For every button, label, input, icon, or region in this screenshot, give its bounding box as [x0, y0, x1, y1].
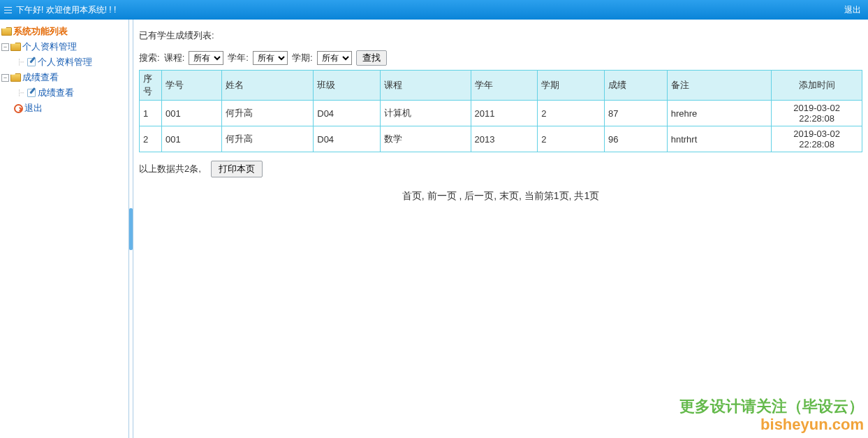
table-header-cell: 班级	[314, 71, 381, 101]
term-select[interactable]: 所有	[317, 51, 352, 65]
table-header-cell: 学期	[538, 71, 605, 101]
table-cell: 2	[538, 126, 605, 152]
table-header-cell: 备注	[667, 71, 772, 101]
folder-open-icon	[1, 27, 12, 36]
watermark-line2: bisheyun.com	[679, 416, 864, 434]
list-title: 已有学生成绩列表:	[139, 29, 862, 42]
watermark: 更多设计请关注（毕设云） bisheyun.com	[679, 396, 864, 434]
table-cell: 2011	[471, 101, 538, 126]
table-cell: 计算机	[380, 101, 471, 126]
search-year-label: 学年:	[228, 52, 249, 64]
tree-exit[interactable]: 退出	[1, 101, 128, 116]
table-cell: 87	[604, 101, 667, 126]
table-cell: 1	[140, 101, 162, 126]
table-cell: 2019-03-02 22:28:08	[772, 126, 862, 152]
table-cell: 2	[140, 126, 162, 152]
table-cell: hrehre	[667, 101, 772, 126]
tree-branch-label: 个人资料管理	[22, 41, 77, 53]
table-cell: 2	[538, 101, 605, 126]
course-select[interactable]: 所有	[189, 51, 223, 65]
welcome-text: 下午好! 欢迎使用本系统! ! !	[16, 4, 116, 16]
table-header-cell: 成绩	[604, 71, 667, 101]
table-cell: hntrhrt	[667, 126, 772, 152]
pager[interactable]: 首页, 前一页 , 后一页, 末页, 当前第1页, 共1页	[139, 190, 862, 203]
table-cell: 001	[161, 101, 221, 126]
table-row: 1001何升高D04计算机2011287hrehre2019-03-02 22:…	[140, 101, 862, 126]
year-select[interactable]: 所有	[253, 51, 288, 65]
tree-root[interactable]: 系统功能列表	[1, 24, 128, 39]
vertical-divider	[128, 20, 133, 438]
tree-branch-profile[interactable]: − 个人资料管理	[1, 39, 128, 54]
table-cell: 2013	[471, 126, 538, 152]
tree-leaf-label: 个人资料管理	[38, 56, 92, 68]
menu-icon	[4, 7, 12, 13]
tree-branch-grades[interactable]: − 成绩查看	[1, 70, 128, 85]
table-header-cell: 课程	[380, 71, 471, 101]
resize-handle[interactable]	[129, 208, 133, 250]
table-header-row: 序号学号姓名班级课程学年学期成绩备注添加时间	[140, 71, 862, 101]
exit-icon	[14, 104, 23, 113]
search-button[interactable]: 查找	[356, 50, 387, 66]
table-cell: 何升高	[221, 101, 314, 126]
collapse-icon[interactable]: −	[1, 74, 9, 82]
table-cell: D04	[314, 126, 381, 152]
table-header-cell: 添加时间	[772, 71, 862, 101]
tree-connector-icon: ┊┄	[14, 59, 27, 66]
sidebar: 系统功能列表 − 个人资料管理 ┊┄ 个人资料管理 − 成绩查看 ┊┄ 成绩查看…	[0, 20, 128, 438]
grades-table: 序号学号姓名班级课程学年学期成绩备注添加时间 1001何升高D04计算机2011…	[139, 70, 862, 152]
table-cell: 96	[604, 126, 667, 152]
table-cell: 2019-03-02 22:28:08	[772, 101, 862, 126]
tree-connector-icon: ┊┄	[14, 89, 27, 96]
tree-exit-label: 退出	[24, 102, 43, 115]
table-header-cell: 学年	[471, 71, 538, 101]
logout-link[interactable]: 退出	[844, 4, 861, 16]
table-cell: 何升高	[221, 126, 314, 152]
table-cell: D04	[314, 101, 381, 126]
tree-branch-label: 成绩查看	[22, 71, 59, 84]
search-prefix: 搜索:	[139, 52, 160, 64]
search-bar: 搜索: 课程: 所有 学年: 所有 学期: 所有 查找	[139, 50, 862, 66]
folder-open-icon	[10, 73, 21, 82]
top-header: 下午好! 欢迎使用本系统! ! ! 退出	[0, 0, 868, 20]
tree-leaf-profile[interactable]: ┊┄ 个人资料管理	[1, 54, 128, 70]
edit-icon	[27, 88, 36, 98]
table-header-cell: 姓名	[221, 71, 314, 101]
print-button[interactable]: 打印本页	[211, 161, 263, 177]
main-panel: 已有学生成绩列表: 搜索: 课程: 所有 学年: 所有 学期: 所有 查找 序号…	[133, 20, 868, 438]
summary-text: 以上数据共2条,	[139, 163, 201, 175]
search-course-label: 课程:	[164, 52, 185, 64]
edit-icon	[27, 57, 36, 67]
collapse-icon[interactable]: −	[1, 43, 9, 51]
table-row: 2001何升高D04数学2013296hntrhrt2019-03-02 22:…	[140, 126, 862, 152]
table-cell: 001	[161, 126, 221, 152]
tree-leaf-grades[interactable]: ┊┄ 成绩查看	[1, 85, 128, 101]
search-term-label: 学期:	[292, 52, 313, 64]
tree-root-label: 系统功能列表	[13, 25, 68, 38]
watermark-line1: 更多设计请关注（毕设云）	[679, 396, 864, 417]
table-header-cell: 序号	[140, 71, 162, 101]
table-cell: 数学	[380, 126, 471, 152]
tree-leaf-label: 成绩查看	[38, 87, 74, 99]
folder-open-icon	[10, 43, 21, 51]
table-header-cell: 学号	[161, 71, 221, 101]
